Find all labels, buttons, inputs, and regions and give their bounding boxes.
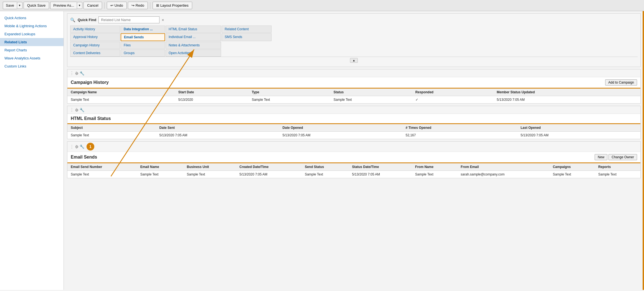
email-sends-title: Email Sends [71, 155, 97, 160]
subject-cell: Sample Text [67, 132, 156, 139]
qf-files[interactable]: Files [121, 42, 165, 49]
reports-cell: Sample Text [595, 171, 640, 178]
settings-email-sends-button[interactable]: 🔧 [80, 144, 84, 149]
col-type: Type [249, 89, 330, 96]
email-name-cell: Sample Text [137, 171, 184, 178]
qf-activity-history[interactable]: Activity History [70, 26, 120, 33]
save-button[interactable]: Save [3, 2, 17, 9]
toolbar-separator [104, 2, 105, 9]
sidebar-item-custom-links[interactable]: Custom Links [0, 62, 64, 70]
sidebar-item-related-lists[interactable]: Related Lists [0, 38, 64, 46]
drag-handle-campaign[interactable]: ⋮⋮ [70, 71, 74, 76]
col-send-number: Email Send Number [67, 163, 137, 171]
qf-html-email-status[interactable]: HTML Email Status [166, 26, 221, 33]
scroll-up-button[interactable]: ▲ [350, 58, 358, 63]
quickfind-panel: 🔍 Quick Find × Activity History Data Int… [67, 13, 641, 67]
main-layout: Quick Actions Mobile & Lightning Actions… [0, 11, 644, 290]
col-created-dt: Created Date/Time [236, 163, 301, 171]
col-subject: Subject [67, 124, 156, 132]
qf-content-deliveries[interactable]: Content Deliveries [70, 49, 120, 57]
qf-related-content[interactable]: Related Content [222, 26, 272, 33]
qf-open-activities[interactable]: Open Activities [166, 49, 221, 57]
redo-icon: ↪ [131, 3, 135, 7]
collapse-email-sends-button[interactable]: ⊖ [75, 144, 78, 149]
undo-icon: ↩ [110, 3, 113, 7]
responded-cell: ✓ [412, 96, 493, 104]
preview-arrow-button[interactable]: ▾ [77, 2, 82, 9]
qf-approval-history[interactable]: Approval History [70, 33, 120, 41]
status-dt-cell: 5/13/2020 7:05 AM [349, 171, 412, 178]
email-sends-badge: 1 [87, 143, 94, 150]
status-cell: Sample Text [330, 96, 412, 104]
send-status-cell: Sample Text [301, 171, 349, 178]
qf-notes-attachments[interactable]: Notes & Attachments [166, 42, 221, 49]
qf-individual-email[interactable]: Individual Email ... [166, 33, 221, 41]
qf-groups[interactable]: Groups [121, 49, 165, 57]
col-status-dt: Status Date/Time [349, 163, 412, 171]
drag-handle-email-sends[interactable]: ⋮⋮ [70, 144, 74, 149]
main-toolbar: Save ▾ Quick Save Preview As... ▾ Cancel… [0, 0, 644, 11]
campaigns-cell: Sample Text [549, 171, 595, 178]
quickfind-input[interactable] [98, 16, 159, 23]
start-date-cell: 5/13/2020 [175, 96, 249, 104]
last-opened-cell: 5/13/2020 7:05 AM [517, 132, 640, 139]
redo-button[interactable]: ↪ Redo [128, 2, 148, 9]
quickfind-header: 🔍 Quick Find × [70, 16, 638, 23]
drag-handle-html-email[interactable]: ⋮⋮ [70, 107, 74, 112]
quickfind-scrollbar[interactable]: ▲ [70, 57, 638, 64]
undo-button[interactable]: ↩ Undo [107, 2, 127, 9]
email-sends-header: Email Sends New Change Owner [67, 152, 640, 163]
col-start-date: Start Date [175, 89, 249, 96]
date-sent-cell: 5/13/2020 7:05 AM [156, 132, 279, 139]
from-name-cell: Sample Text [412, 171, 457, 178]
col-member-status: Member Status Updated [493, 89, 640, 96]
layout-icon: ⊞ [156, 3, 159, 7]
col-from-name: From Name [412, 163, 457, 171]
qf-data-integration[interactable]: Data Integration ... [121, 26, 165, 33]
cancel-button[interactable]: Cancel [83, 2, 102, 9]
qf-campaign-history[interactable]: Campaign History [70, 42, 120, 49]
created-dt-cell: 5/13/2020 7:05 AM [236, 171, 301, 178]
sidebar-item-report-charts[interactable]: Report Charts [0, 46, 64, 54]
html-email-header: HTML Email Status [67, 114, 640, 124]
collapse-campaign-button[interactable]: ⊖ [75, 71, 78, 76]
table-row: Sample Text 5/13/2020 Sample Text Sample… [67, 96, 640, 104]
campaign-history-title: Campaign History [71, 80, 109, 85]
settings-campaign-button[interactable]: 🔧 [80, 71, 84, 76]
change-owner-button[interactable]: Change Owner [608, 154, 637, 160]
new-button[interactable]: New [595, 154, 607, 160]
campaign-history-section: ⋮⋮ ⊖ 🔧 Campaign History Add to Campaign … [67, 69, 641, 104]
date-opened-cell: 5/13/2020 7:05 AM [279, 132, 402, 139]
quickfind-clear-button[interactable]: × [162, 18, 164, 22]
quickfind-title: Quick Find [78, 18, 96, 22]
sidebar-item-mobile-lightning[interactable]: Mobile & Lightning Actions [0, 22, 64, 30]
email-sends-actions: New Change Owner [595, 154, 637, 160]
col-email-name: Email Name [137, 163, 184, 171]
preview-dropdown[interactable]: Preview As... ▾ [50, 2, 82, 9]
email-sends-section: ⋮⋮ ⊖ 🔧 1 Email Sends New Change Owner Em… [67, 141, 641, 178]
save-dropdown[interactable]: Save ▾ [3, 2, 22, 9]
save-arrow-button[interactable]: ▾ [17, 2, 22, 9]
member-status-cell: 5/13/2020 7:05 AM [493, 96, 640, 104]
add-to-campaign-button[interactable]: Add to Campaign [605, 79, 637, 86]
sidebar-item-expanded-lookups[interactable]: Expanded Lookups [0, 30, 64, 38]
settings-html-email-button[interactable]: 🔧 [80, 108, 84, 112]
preview-button[interactable]: Preview As... [50, 2, 77, 9]
sidebar-item-wave-analytics[interactable]: Wave Analytics Assets [0, 54, 64, 62]
content-area: 🔍 Quick Find × Activity History Data Int… [64, 11, 644, 290]
sidebar-item-quick-actions[interactable]: Quick Actions [0, 14, 64, 22]
email-sends-table: Email Send Number Email Name Business Un… [67, 163, 640, 178]
layout-properties-button[interactable]: ⊞ Layout Properties [153, 2, 192, 9]
qf-email-sends[interactable]: Email Sends [121, 33, 165, 41]
collapse-html-email-button[interactable]: ⊖ [75, 108, 78, 112]
send-number-cell: Sample Text [67, 171, 137, 178]
quick-save-button[interactable]: Quick Save [24, 2, 49, 9]
search-icon: 🔍 [70, 17, 75, 22]
campaign-history-actions: Add to Campaign [605, 79, 637, 86]
email-sends-toolbar: ⋮⋮ ⊖ 🔧 1 [67, 142, 640, 152]
campaign-name-cell: Sample Text [67, 96, 175, 104]
col-business-unit: Business Unit [184, 163, 236, 171]
right-orange-bar [643, 11, 644, 290]
qf-sms-sends[interactable]: SMS Sends [222, 33, 272, 41]
html-email-title: HTML Email Status [71, 116, 111, 121]
